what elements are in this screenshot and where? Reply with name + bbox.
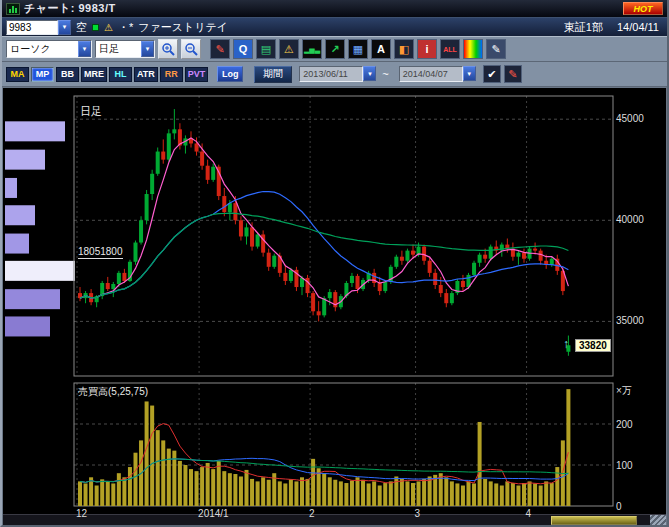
short-available-indicator — [92, 24, 99, 31]
date-to-value: 2014/04/07 — [399, 66, 463, 82]
app-chart-icon — [6, 3, 20, 15]
price-volume-chart[interactable] — [3, 88, 668, 512]
quote-icon[interactable]: Q — [233, 39, 253, 59]
indicator-chip-rr[interactable]: RR — [160, 67, 183, 82]
pane-label: 日足 — [80, 104, 102, 119]
chart-type-value: ローソク — [7, 42, 78, 56]
chart-type-select[interactable]: ローソク ▼ — [6, 40, 92, 58]
time-axis-tick: 12 — [76, 508, 87, 519]
indicator-toolbar: MAMPBBMREHLATRRRPVT Log 期間 2013/06/11 ▼ … — [2, 62, 667, 87]
volume-pane-label: 売買高(5,25,75) — [78, 385, 148, 399]
compare-icon[interactable]: ◧ — [394, 39, 414, 59]
draw-tool-icon[interactable]: ✎ — [210, 39, 230, 59]
time-axis-tick: 3 — [415, 508, 421, 519]
text-tool-icon[interactable]: A — [371, 39, 391, 59]
date-label: 14/04/11 — [617, 21, 659, 33]
price-axis-tick: 40000 — [616, 214, 644, 225]
apply-period-icon[interactable]: ✔ — [483, 65, 501, 83]
all-periods-button[interactable]: ALL — [440, 39, 460, 59]
edit-period-icon[interactable]: ✎ — [504, 65, 522, 83]
time-axis-tick: 4 — [526, 508, 532, 519]
indicator-chip-ma[interactable]: MA — [6, 67, 29, 82]
indicator-chip-mre[interactable]: MRE — [81, 67, 107, 82]
main-toolbar: ローソク ▼ 日足 ▼ ✎Q▤⚠▂▅▃↗▦A◧iALL✎ — [2, 36, 667, 62]
palette-icon[interactable] — [463, 39, 483, 59]
indicator-chip-pvt[interactable]: PVT — [185, 67, 209, 82]
date-to-dropdown-arrow-icon[interactable]: ▼ — [463, 66, 476, 81]
tick-up-arrow-icon: ↑ — [563, 337, 569, 351]
volume-axis-tick: 0 — [616, 501, 622, 512]
market-label: 東証1部 — [564, 20, 603, 35]
log-scale-button[interactable]: Log — [217, 66, 243, 82]
time-axis-tick: 2 — [309, 508, 315, 519]
stock-name: ファーストリテイ — [138, 20, 228, 35]
timeframe-value: 日足 — [96, 42, 141, 56]
volume-axis-unit: ×万 — [616, 384, 632, 398]
news-icon[interactable]: ▤ — [256, 39, 276, 59]
window-titlebar[interactable]: チャート: 9983/T HOT — [2, 0, 667, 17]
date-from-dropdown-arrow-icon[interactable]: ▼ — [363, 66, 376, 81]
price-axis-tick: 45000 — [616, 113, 644, 124]
short-sell-label: 空 — [76, 20, 87, 35]
zoom-in-button[interactable] — [158, 39, 178, 59]
chart-type-dropdown-arrow-icon[interactable]: ▼ — [78, 41, 91, 57]
warning-icon: ⚠ — [104, 22, 113, 33]
date-range-tilde: ~ — [382, 68, 388, 80]
symbol-dropdown-arrow-icon[interactable]: ▼ — [58, 20, 71, 35]
symbol-code-input[interactable] — [6, 20, 58, 35]
date-from-value: 2013/06/11 — [299, 66, 363, 82]
last-price-badge: 33820 — [575, 339, 611, 352]
chart-panel: 日足 18051800 売買高(5,25,75) ↑ 33820 4500040… — [2, 87, 667, 525]
time-axis-tick: 2014/1 — [198, 508, 229, 519]
symbol-row: ▼ 空 ⚠ ・* ファーストリテイ 東証1部 14/04/11 — [2, 17, 667, 36]
zoom-out-button[interactable] — [181, 39, 201, 59]
volume-axis-tick: 100 — [616, 460, 633, 471]
info-icon[interactable]: i — [417, 39, 437, 59]
timeframe-dropdown-arrow-icon[interactable]: ▼ — [141, 41, 154, 57]
volume-axis-tick: 200 — [616, 419, 633, 430]
candlestick-mode-icon[interactable]: ▂▅▃ — [302, 39, 322, 59]
line-mode-icon[interactable]: ↗ — [325, 39, 345, 59]
indicator-chip-hl[interactable]: HL — [109, 67, 132, 82]
indicator-chip-bb[interactable]: BB — [56, 67, 79, 82]
period-button[interactable]: 期間 — [254, 66, 292, 83]
date-from-field[interactable]: 2013/06/11 ▼ — [299, 66, 376, 82]
date-to-field[interactable]: 2014/04/07 ▼ — [399, 66, 476, 82]
price-axis-tick: 35000 — [616, 315, 644, 326]
symbol-marks: ・* — [118, 20, 133, 35]
timeframe-select[interactable]: 日足 ▼ — [95, 40, 155, 58]
edit-chart-icon[interactable]: ✎ — [486, 39, 506, 59]
indicator-chip-mp[interactable]: MP — [31, 67, 54, 82]
scrollbar-thumb[interactable] — [551, 516, 637, 525]
resize-grip[interactable] — [650, 515, 666, 526]
indicator-chip-atr[interactable]: ATR — [134, 67, 158, 82]
chart-window: チャート: 9983/T HOT ▼ 空 ⚠ ・* ファーストリテイ 東証1部 … — [0, 0, 669, 527]
chart-scrollbar[interactable] — [3, 514, 666, 525]
volume-at-price-label: 18051800 — [78, 246, 123, 259]
grid-toggle-icon[interactable]: ▦ — [348, 39, 368, 59]
window-title: チャート: 9983/T — [24, 1, 116, 16]
alert-icon[interactable]: ⚠ — [279, 39, 299, 59]
hot-badge[interactable]: HOT — [623, 2, 663, 15]
